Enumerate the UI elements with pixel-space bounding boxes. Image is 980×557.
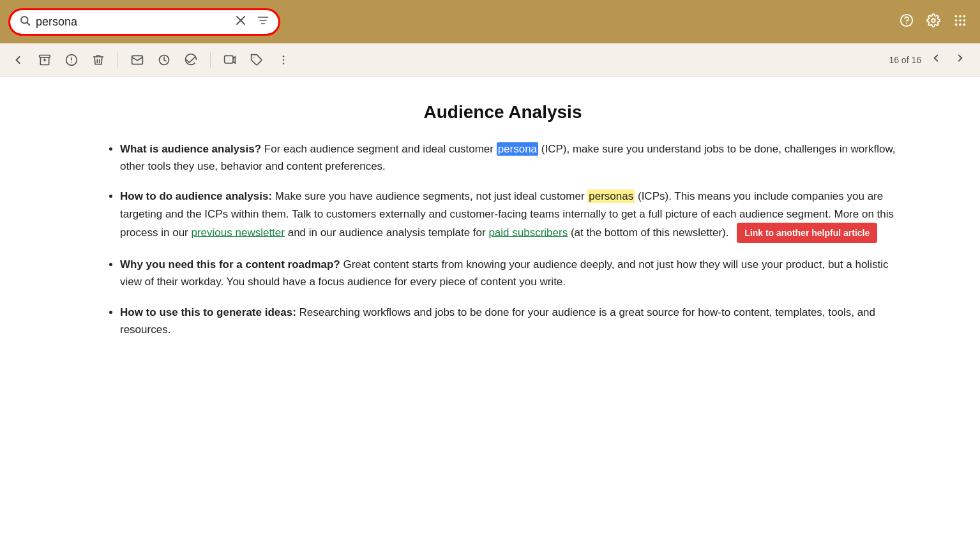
search-input[interactable] <box>36 15 225 29</box>
top-bar <box>0 0 980 43</box>
svg-point-15 <box>963 19 966 22</box>
svg-point-10 <box>955 15 958 17</box>
toolbar-right: 16 of 16 <box>889 51 970 68</box>
back-button[interactable] <box>8 51 28 69</box>
bullet-1-text: For each audience segment and ideal cust… <box>264 143 497 155</box>
pagination-text: 16 of 16 <box>889 55 921 65</box>
snooze-button[interactable] <box>154 51 174 69</box>
bullet-2-text-3: and in our audience analysis template fo… <box>288 226 489 238</box>
svg-point-14 <box>959 19 961 22</box>
svg-rect-19 <box>40 55 50 57</box>
svg-point-31 <box>283 63 285 64</box>
toolbar-left <box>8 51 294 69</box>
svg-point-9 <box>931 19 935 22</box>
list-item: How to use this to generate ideas: Resea… <box>120 304 903 338</box>
bullet-3-label: Why you need this for a content roadmap? <box>120 258 340 271</box>
toolbar: 16 of 16 <box>0 43 980 77</box>
search-box <box>10 10 278 34</box>
apps-button[interactable] <box>953 13 967 31</box>
bullet-2-text-4: (at the bottom of this newsletter). <box>571 226 729 238</box>
annotation-badge: Link to another helpful article <box>737 223 877 243</box>
main-content: Audience Analysis What is audience analy… <box>0 77 980 557</box>
prev-page-button[interactable] <box>926 51 946 68</box>
svg-point-0 <box>21 17 28 24</box>
highlight-persona-blue: persona <box>497 142 538 156</box>
list-item: Why you need this for a content roadmap?… <box>120 256 903 290</box>
delete-button[interactable] <box>88 51 109 69</box>
archive-button[interactable] <box>34 51 55 69</box>
meet-button[interactable] <box>220 51 240 69</box>
bullet-2-text-1: Make sure you have audience segments, no… <box>275 190 588 202</box>
svg-point-17 <box>959 23 961 26</box>
list-item: What is audience analysis? For each audi… <box>120 140 903 175</box>
settings-button[interactable] <box>926 13 940 31</box>
search-clear-button[interactable] <box>235 15 246 29</box>
bullet-2-label: How to do audience analysis: <box>120 190 272 202</box>
list-item: How to do audience analysis: Make sure y… <box>120 188 903 243</box>
previous-newsletter-link[interactable]: previous newsletter <box>192 226 285 238</box>
label-button[interactable] <box>246 51 267 69</box>
toolbar-divider-2 <box>210 52 211 68</box>
highlight-personas-yellow: personas <box>587 189 635 203</box>
svg-point-16 <box>955 23 958 26</box>
svg-point-13 <box>955 19 958 22</box>
top-right-icons <box>900 13 967 31</box>
svg-point-18 <box>963 23 966 26</box>
next-page-button[interactable] <box>951 51 970 68</box>
help-button[interactable] <box>900 13 914 31</box>
svg-point-12 <box>963 15 966 17</box>
email-button[interactable] <box>127 51 147 69</box>
svg-point-30 <box>283 59 285 61</box>
svg-point-11 <box>959 15 961 17</box>
bullet-4-label: How to use this to generate ideas: <box>120 306 296 318</box>
search-filter-button[interactable] <box>257 14 269 30</box>
more-button[interactable] <box>273 51 294 69</box>
task-button[interactable] <box>181 51 201 69</box>
svg-rect-27 <box>225 56 233 63</box>
svg-point-29 <box>283 55 285 57</box>
bullet-list: What is audience analysis? For each audi… <box>102 140 903 338</box>
paid-subscribers-link[interactable]: paid subscribers <box>488 226 568 238</box>
search-icon <box>19 15 31 29</box>
spam-button[interactable] <box>61 51 82 69</box>
toolbar-divider-1 <box>117 52 118 68</box>
article-title: Audience Analysis <box>102 102 903 123</box>
svg-line-1 <box>27 23 30 26</box>
bullet-1-label: What is audience analysis? <box>120 143 261 155</box>
